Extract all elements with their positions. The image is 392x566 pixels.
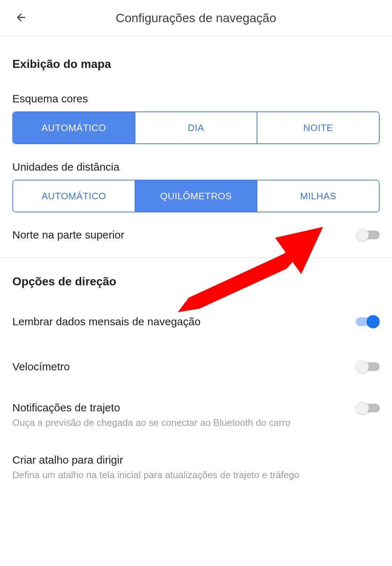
create-shortcut-label: Criar atalho para dirigir	[12, 454, 380, 466]
section-map-display: Exibição do mapa Esquema cores AUTOMÁTIC…	[0, 36, 392, 485]
remember-monthly-row[interactable]: Lembrar dados mensais de navegação	[12, 299, 380, 344]
section-header-driving: Opções de direção	[12, 258, 380, 299]
distance-units-option-km[interactable]: QUILÔMETROS	[135, 180, 258, 212]
trip-notifications-label: Notificações de trajeto	[12, 402, 341, 414]
north-up-label: Norte na parte superior	[12, 229, 341, 241]
trip-notifications-switch[interactable]	[356, 402, 380, 415]
distance-units-option-auto[interactable]: AUTOMÁTICO	[13, 180, 135, 212]
distance-units-option-mi[interactable]: MILHAS	[257, 180, 379, 212]
color-scheme-option-day[interactable]: DIA	[135, 112, 258, 143]
remember-monthly-label: Lembrar dados mensais de navegação	[12, 315, 341, 328]
distance-units-label: Unidades de distância	[12, 144, 380, 180]
color-scheme-label: Esquema cores	[12, 82, 380, 111]
color-scheme-segmented: AUTOMÁTICO DIA NOITE	[12, 111, 380, 144]
remember-monthly-switch[interactable]	[356, 315, 380, 328]
speedometer-label: Velocímetro	[12, 361, 341, 373]
back-button[interactable]	[12, 9, 30, 27]
create-shortcut-row[interactable]: Criar atalho para dirigir Defina um atal…	[12, 441, 380, 485]
color-scheme-option-night[interactable]: NOITE	[257, 112, 379, 143]
speedometer-switch[interactable]	[356, 360, 380, 373]
trip-notifications-row[interactable]: Notificações de trajeto Ouça a previsão …	[12, 389, 380, 441]
north-up-switch[interactable]	[356, 228, 380, 241]
trip-notifications-sub: Ouça a previsão de chegada ao se conecta…	[12, 416, 341, 429]
page-title: Configurações de navegação	[0, 11, 392, 25]
speedometer-row[interactable]: Velocímetro	[12, 344, 380, 389]
create-shortcut-sub: Defina um atalho na tela inicial para at…	[12, 468, 380, 481]
north-up-row[interactable]: Norte na parte superior	[12, 212, 380, 257]
arrow-back-icon	[15, 11, 27, 25]
color-scheme-option-auto[interactable]: AUTOMÁTICO	[13, 112, 135, 143]
section-header-map-display: Exibição do mapa	[12, 36, 380, 82]
app-bar: Configurações de navegação	[0, 0, 392, 36]
distance-units-segmented: AUTOMÁTICO QUILÔMETROS MILHAS	[12, 180, 380, 212]
